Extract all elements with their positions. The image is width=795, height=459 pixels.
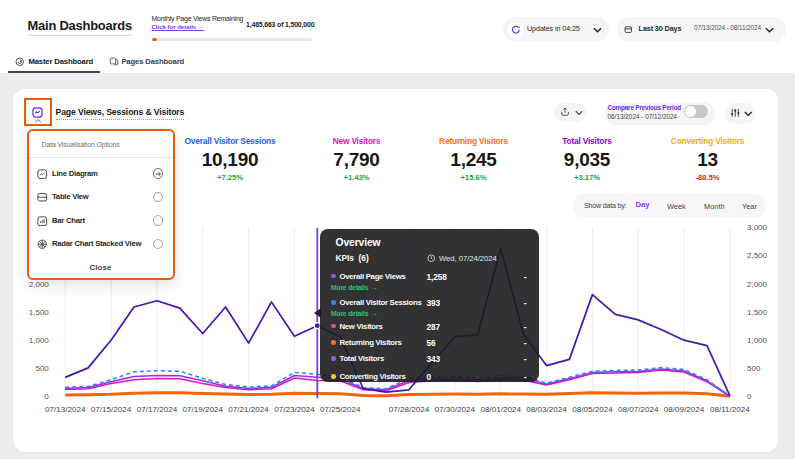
- svg-text:07/15/2024: 07/15/2024: [91, 405, 132, 414]
- svg-text:07/30/2024: 07/30/2024: [435, 405, 476, 414]
- svg-text:07/23/2024: 07/23/2024: [274, 405, 315, 414]
- svg-text:1,000: 1,000: [747, 336, 768, 345]
- svg-text:500: 500: [35, 364, 49, 373]
- svg-text:3,000: 3,000: [747, 223, 768, 232]
- svg-text:2,000: 2,000: [747, 280, 768, 289]
- svg-text:08/07/2024: 08/07/2024: [618, 405, 659, 414]
- svg-text:1,000: 1,000: [29, 336, 50, 345]
- svg-text:07/19/2024: 07/19/2024: [182, 405, 223, 414]
- svg-text:500: 500: [747, 364, 761, 373]
- svg-text:07/28/2024: 07/28/2024: [389, 405, 430, 414]
- svg-text:08/11/2024: 08/11/2024: [710, 405, 750, 414]
- svg-text:1,500: 1,500: [747, 308, 768, 317]
- svg-text:08/01/2024: 08/01/2024: [480, 405, 521, 414]
- svg-text:07/25/2024: 07/25/2024: [320, 405, 361, 414]
- svg-text:07/13/2024: 07/13/2024: [45, 405, 86, 414]
- svg-text:08/05/2024: 08/05/2024: [572, 405, 613, 414]
- svg-text:1,500: 1,500: [29, 308, 50, 317]
- svg-text:07/17/2024: 07/17/2024: [137, 405, 178, 414]
- svg-text:07/21/2024: 07/21/2024: [228, 405, 269, 414]
- svg-text:0: 0: [44, 392, 49, 401]
- svg-text:08/03/2024: 08/03/2024: [526, 405, 567, 414]
- svg-text:2,000: 2,000: [29, 280, 50, 289]
- svg-text:2,500: 2,500: [747, 251, 768, 260]
- svg-text:08/09/2024: 08/09/2024: [664, 405, 705, 414]
- svg-text:0: 0: [747, 392, 752, 401]
